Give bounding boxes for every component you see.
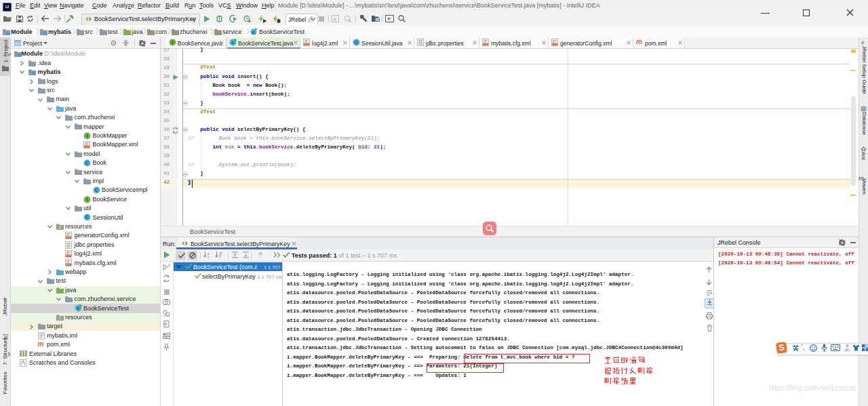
svg-text:c: c — [252, 30, 255, 35]
svg-text:C: C — [355, 40, 358, 45]
svg-text:</>: </> — [483, 42, 488, 45]
svg-text:C: C — [94, 188, 98, 192]
svg-text:9: 9 — [168, 264, 171, 268]
svg-text:C: C — [85, 216, 89, 220]
svg-text:</>: </> — [552, 42, 557, 45]
svg-text:I: I — [87, 134, 88, 138]
svg-text:z: z — [208, 255, 210, 258]
svg-text:I: I — [172, 40, 174, 45]
svg-text:</>: </> — [304, 42, 309, 45]
svg-text:c: c — [77, 306, 79, 311]
svg-text:</>: </> — [84, 144, 90, 148]
svg-text:I: I — [87, 197, 88, 202]
svg-text:</>: </> — [66, 235, 71, 239]
svg-text:’,: ’, — [801, 344, 805, 351]
svg-text:C: C — [85, 161, 89, 165]
svg-text:</>: </> — [66, 263, 71, 266]
svg-text:c: c — [232, 40, 235, 45]
svg-text:</>: </> — [66, 253, 71, 257]
